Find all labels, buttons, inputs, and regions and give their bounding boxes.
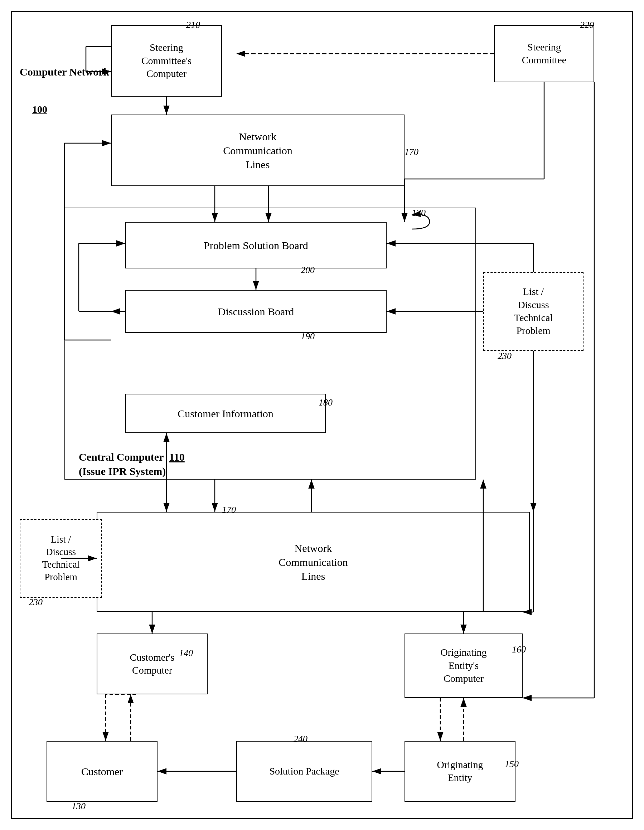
customer-box: Customer — [46, 741, 157, 802]
ref-240: 240 — [293, 734, 308, 744]
ref-140: 140 — [179, 648, 193, 659]
ref-160: 160 — [512, 644, 526, 655]
ref-170-top: 170 — [404, 147, 419, 157]
ref-230-right-top: 230 — [498, 351, 512, 361]
network-comm-bottom-box: NetworkCommunicationLines — [97, 512, 530, 612]
ref-230-left: 230 — [29, 597, 43, 608]
steering-committee-box: SteeringCommittee — [494, 25, 594, 82]
discussion-board-box: Discussion Board — [125, 290, 387, 333]
computer-network-ref: 100 — [32, 104, 47, 115]
diagram-container: Computer Network 100 SteeringCommittee's… — [0, 0, 644, 830]
ref-150: 150 — [505, 759, 519, 770]
solution-package-box: Solution Package — [236, 741, 372, 802]
network-comm-top-box: NetworkCommunicationLines — [111, 114, 404, 186]
steering-committee-computer-box: SteeringCommittee'sComputer — [111, 25, 222, 97]
ref-210: 210 — [186, 20, 200, 30]
list-discuss-right-top-box: List /DiscussTechnicalProblem — [483, 272, 584, 351]
computer-network-label: Computer Network — [20, 65, 109, 79]
central-computer-issue: (Issue IPR System) — [79, 465, 166, 477]
problem-solution-board-box: Problem Solution Board — [125, 222, 387, 268]
ref-190: 190 — [301, 331, 315, 342]
customers-computer-box: Customer'sComputer — [97, 634, 208, 694]
ref-200: 200 — [301, 265, 315, 276]
originating-entity-computer-box: OriginatingEntity'sComputer — [404, 634, 523, 698]
customer-information-box: Customer Information — [125, 394, 326, 433]
ref-170-bottom: 170 — [222, 505, 236, 515]
ref-180: 180 — [319, 397, 333, 408]
ref-120: 120 — [412, 208, 426, 218]
ref-220: 220 — [580, 20, 594, 30]
list-discuss-left-box: List /DiscussTechnicalProblem — [20, 519, 102, 598]
ref-130: 130 — [71, 801, 86, 812]
central-computer-label: Central Computer 110 — [79, 451, 185, 463]
computer-network-text: Computer Network — [20, 66, 109, 78]
originating-entity-box: OriginatingEntity — [404, 741, 516, 802]
